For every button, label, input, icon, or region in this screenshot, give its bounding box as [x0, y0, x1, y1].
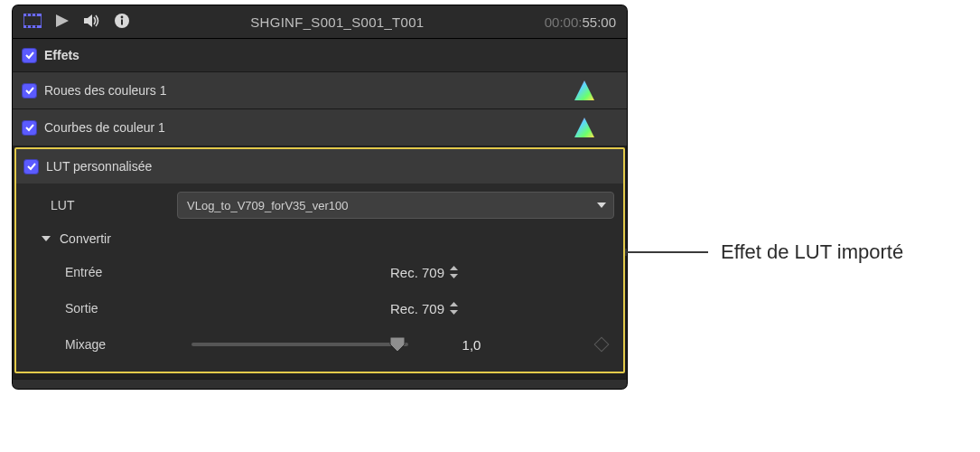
mix-value[interactable]: 1,0: [435, 337, 508, 353]
callout-leader-line: [627, 251, 708, 253]
effect-row-color-curves[interactable]: Courbes de couleur 1: [13, 108, 627, 146]
svg-marker-18: [450, 274, 458, 278]
chevron-down-icon: [597, 202, 606, 208]
svg-marker-21: [390, 337, 405, 352]
disclosure-triangle-icon[interactable]: [42, 236, 51, 241]
effect-enable-checkbox[interactable]: [22, 120, 37, 136]
effect-custom-lut-block: LUT personnalisée LUT VLog_to_V709_forV3…: [14, 147, 625, 373]
inspector-panel: SHGINF_S001_S001_T001 00:00:55:00 Effets…: [13, 5, 627, 389]
svg-marker-19: [450, 302, 458, 306]
popup-value: Rec. 709: [390, 265, 444, 280]
popup-value: Rec. 709: [390, 301, 444, 316]
input-colorspace-popup[interactable]: Rec. 709: [390, 265, 458, 280]
svg-rect-6: [26, 25, 28, 27]
svg-point-12: [121, 15, 124, 18]
effect-name: LUT personnalisée: [46, 159, 152, 174]
svg-marker-17: [450, 266, 458, 270]
param-row-input: Entrée Rec. 709: [25, 254, 614, 290]
callout-text: Effet de LUT importé: [721, 240, 903, 264]
effects-section-label: Effets: [44, 48, 79, 62]
param-row-convert[interactable]: Convertir: [25, 223, 614, 254]
clip-title: SHGINF_S001_S001_T001: [130, 14, 545, 30]
timecode: 00:00:55:00: [545, 14, 616, 30]
keyframe-diamond-icon[interactable]: [594, 337, 610, 353]
custom-lut-params: LUT VLog_to_V709_forV35_ver100 Convertir…: [16, 184, 623, 372]
effect-name: Courbes de couleur 1: [44, 120, 574, 135]
info-tab-icon[interactable]: [114, 13, 130, 32]
param-row-mix: Mixage 1,0: [25, 326, 614, 363]
param-label: Convertir: [60, 231, 111, 246]
color-preset-icon[interactable]: [574, 80, 594, 100]
stepper-arrows-icon: [450, 266, 458, 278]
param-label: Sortie: [25, 301, 191, 315]
svg-marker-16: [597, 202, 606, 208]
param-label: Entrée: [25, 265, 191, 279]
svg-rect-3: [26, 14, 28, 15]
lut-popup-value: VLog_to_V709_forV35_ver100: [187, 199, 349, 212]
param-label: LUT: [25, 198, 177, 212]
effect-enable-checkbox[interactable]: [23, 159, 39, 174]
effect-row-custom-lut[interactable]: LUT personnalisée: [16, 149, 623, 184]
inspector-header: SHGINF_S001_S001_T001 00:00:55:00: [13, 5, 627, 39]
audio-tab-icon[interactable]: [83, 14, 101, 31]
stepper-arrows-icon: [450, 302, 458, 315]
svg-rect-8: [35, 25, 37, 27]
effect-name: Roues des couleurs 1: [44, 83, 574, 98]
svg-marker-10: [84, 14, 92, 27]
svg-marker-20: [450, 310, 458, 315]
effects-section-header[interactable]: Effets: [13, 39, 627, 71]
svg-rect-5: [35, 14, 37, 15]
color-tab-icon[interactable]: [54, 13, 70, 32]
svg-rect-13: [121, 19, 123, 24]
lut-popup[interactable]: VLog_to_V709_forV35_ver100: [177, 192, 614, 219]
video-tab-icon[interactable]: [23, 14, 42, 31]
mix-slider[interactable]: [191, 335, 408, 353]
effect-row-color-wheels[interactable]: Roues des couleurs 1: [13, 71, 627, 108]
panel-footer: [13, 379, 627, 389]
svg-marker-9: [56, 14, 69, 27]
param-row-output: Sortie Rec. 709: [25, 290, 614, 326]
output-colorspace-popup[interactable]: Rec. 709: [390, 301, 458, 316]
svg-rect-7: [31, 25, 33, 27]
param-label: Mixage: [25, 337, 191, 352]
annotation-callout: Effet de LUT importé: [627, 240, 903, 264]
slider-thumb-icon[interactable]: [389, 336, 406, 353]
param-row-lut: LUT VLog_to_V709_forV35_ver100: [25, 187, 614, 223]
effects-enable-checkbox[interactable]: [22, 48, 37, 63]
svg-marker-14: [574, 80, 594, 100]
svg-rect-4: [31, 14, 33, 15]
svg-marker-15: [574, 118, 594, 137]
color-preset-icon[interactable]: [574, 118, 594, 137]
effect-enable-checkbox[interactable]: [22, 83, 37, 99]
